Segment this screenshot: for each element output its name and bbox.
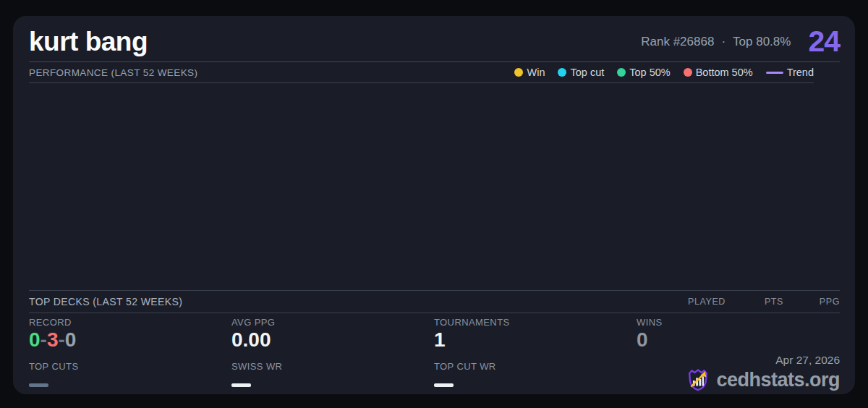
top-cut-wr-value bbox=[434, 383, 454, 387]
stat-record: RECORD 0-3-0 bbox=[29, 317, 231, 361]
stat-label: SWISS WR bbox=[231, 361, 434, 372]
legend-item-win[interactable]: Win bbox=[514, 67, 545, 78]
cedhstats-shield-logo-icon bbox=[686, 367, 710, 392]
points-value: 24 bbox=[808, 25, 840, 59]
legend-label: Top 50% bbox=[629, 67, 670, 78]
top-decks-header: TOP DECKS (LAST 52 WEEKS) PLAYED PTS PPG bbox=[29, 291, 840, 313]
record-wins: 0 bbox=[29, 328, 41, 351]
brand-text: cedhstats.org bbox=[716, 369, 840, 391]
legend-item-top-cut[interactable]: Top cut bbox=[558, 67, 604, 78]
player-name: kurt bang bbox=[29, 27, 148, 57]
stat-top-cuts: TOP CUTS bbox=[29, 361, 231, 396]
top-cut-dot-icon bbox=[558, 68, 566, 77]
top-decks-columns: PLAYED PTS PPG bbox=[660, 297, 840, 307]
legend-label: Win bbox=[527, 67, 545, 78]
stat-swiss-wr: SWISS WR bbox=[231, 361, 434, 396]
player-stats-card: kurt bang Rank #26868 · Top 80.8% 24 PER… bbox=[13, 16, 855, 394]
performance-header: PERFORMANCE (LAST 52 WEEKS) Win Top cut … bbox=[29, 62, 814, 83]
wins-value: 0 bbox=[637, 329, 840, 352]
record-separator: - bbox=[41, 328, 47, 351]
stat-label: RECORD bbox=[29, 317, 231, 328]
trend-line-icon bbox=[766, 72, 783, 74]
bottom-50-dot-icon bbox=[684, 68, 692, 77]
stat-avg-ppg: AVG PPG 0.00 bbox=[231, 317, 434, 361]
column-header-pts: PTS bbox=[726, 297, 783, 307]
column-header-ppg: PPG bbox=[783, 297, 840, 307]
stat-label: AVG PPG bbox=[231, 317, 434, 328]
performance-chart bbox=[29, 83, 840, 291]
stat-tournaments: TOURNAMENTS 1 bbox=[434, 317, 637, 361]
record-value: 0-3-0 bbox=[29, 329, 231, 352]
tournaments-value: 1 bbox=[434, 329, 637, 352]
legend-item-bottom-50[interactable]: Bottom 50% bbox=[684, 67, 753, 78]
stat-top-cut-wr: TOP CUT WR bbox=[434, 361, 637, 396]
legend-item-top-50[interactable]: Top 50% bbox=[617, 67, 670, 78]
rank-separator-dot: · bbox=[721, 35, 726, 49]
stat-label: TOP CUT WR bbox=[434, 361, 637, 372]
rank-summary: Rank #26868 · Top 80.8% bbox=[641, 35, 791, 49]
page-background: kurt bang Rank #26868 · Top 80.8% 24 PER… bbox=[0, 0, 868, 408]
rank-text: Rank #26868 bbox=[641, 35, 714, 49]
stat-label: TOURNAMENTS bbox=[434, 317, 637, 328]
card-header: kurt bang Rank #26868 · Top 80.8% 24 bbox=[29, 22, 840, 62]
top-cuts-value bbox=[29, 383, 48, 387]
top-decks-title: TOP DECKS (LAST 52 WEEKS) bbox=[29, 296, 182, 307]
column-header-played: PLAYED bbox=[660, 297, 726, 307]
avg-ppg-value: 0.00 bbox=[231, 329, 434, 352]
swiss-wr-value bbox=[231, 383, 251, 387]
legend-item-trend[interactable]: Trend bbox=[766, 67, 814, 78]
win-dot-icon bbox=[514, 68, 523, 77]
record-losses: 3 bbox=[47, 328, 59, 351]
legend-label: Trend bbox=[787, 67, 814, 78]
chart-legend: Win Top cut Top 50% Bottom 50% Trend bbox=[514, 67, 814, 78]
legend-label: Top cut bbox=[570, 67, 604, 78]
performance-title: PERFORMANCE (LAST 52 WEEKS) bbox=[29, 67, 197, 78]
top-percent-text: Top 80.8% bbox=[733, 35, 791, 49]
brand[interactable]: cedhstats.org bbox=[686, 367, 840, 392]
stat-label: WINS bbox=[637, 317, 840, 328]
generated-date: Apr 27, 2026 bbox=[775, 354, 840, 367]
legend-label: Bottom 50% bbox=[696, 67, 753, 78]
stat-label: TOP CUTS bbox=[29, 361, 231, 372]
record-separator: - bbox=[58, 328, 64, 351]
record-draws: 0 bbox=[65, 328, 77, 351]
top-50-dot-icon bbox=[617, 68, 626, 77]
